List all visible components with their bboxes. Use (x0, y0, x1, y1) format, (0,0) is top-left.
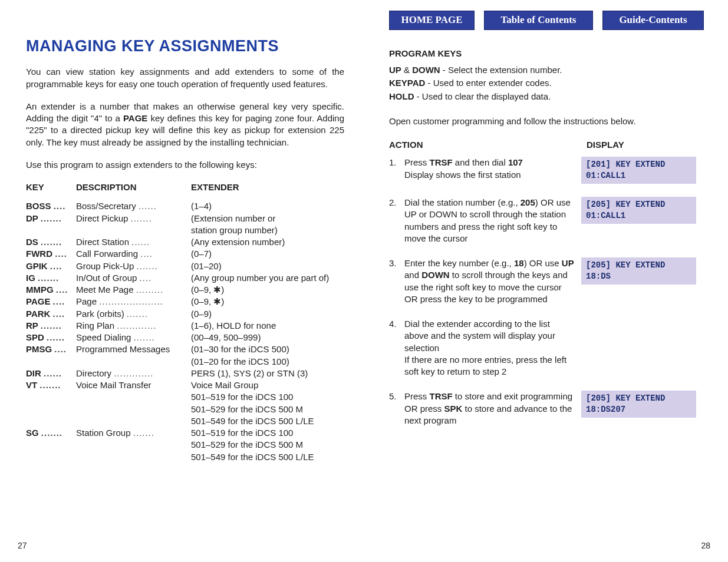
ext-cell: station group number) (191, 224, 344, 236)
desc-cell (76, 404, 191, 415)
key-cell: IG ....... (26, 272, 76, 284)
key-cell: PAGE .... (26, 296, 76, 308)
desc-cell: Ring Plan ............. (76, 320, 191, 332)
nav-home-button[interactable]: HOME PAGE (389, 11, 475, 30)
table-row: 501–549 for the iDCS 500 L/LE (26, 451, 344, 463)
program-keys-list: UP & DOWN - Select the extension number.… (389, 64, 707, 103)
steps-list: 1.Press TRSF and then dial 107Display sh… (389, 157, 707, 427)
key-cell: PMSG .... (26, 343, 76, 355)
step-row: 3.Enter the key number (e.g., 18) OR use… (389, 257, 707, 305)
left-page: MANAGING KEY ASSIGNMENTS You can view st… (26, 11, 344, 463)
table-row: BOSS ....Boss/Secretary ......(1–4) (26, 200, 344, 212)
table-row: DS .......Direct Station ......(Any exte… (26, 236, 344, 248)
col-ext: EXTENDER (191, 181, 344, 193)
ext-cell: 501–519 for the iDCS 100 (191, 427, 344, 439)
key-cell: FWRD .... (26, 248, 76, 260)
table-row: SG .......Station Group .......501–519 f… (26, 427, 344, 439)
col-desc: DESCRIPTION (76, 181, 191, 193)
table-row: DIR ......Directory .............PERS (1… (26, 368, 344, 379)
desc-cell: Group Pick-Up ....... (76, 260, 191, 272)
key-table-body: BOSS ....Boss/Secretary ......(1–4)DP ..… (26, 200, 344, 463)
ext-cell: Voice Mail Group (191, 379, 344, 391)
display-box: [205] KEY EXTEND 18:DS207 (581, 391, 696, 418)
page-number-left: 27 (18, 540, 27, 551)
display-head: DISPLAY (587, 139, 707, 151)
ext-cell: (1–6), HOLD for none (191, 320, 344, 332)
step-text: Enter the key number (e.g., 18) OR use U… (404, 257, 581, 305)
ext-cell: (Extension number or (191, 213, 344, 224)
step-text: Press TRSF to store and exit programming… (404, 391, 581, 427)
ext-cell: 501–519 for the iDCS 100 (191, 391, 344, 403)
open-programming-line: Open customer programming and follow the… (389, 115, 707, 127)
program-key-line: HOLD - Used to clear the displayed data. (389, 91, 707, 103)
display-box: [201] KEY EXTEND 01:CALL1 (581, 157, 696, 184)
desc-cell: Meet Me Page ......... (76, 284, 191, 296)
program-key-line: UP & DOWN - Select the extension number. (389, 64, 707, 76)
table-row: station group number) (26, 224, 344, 236)
program-key-line: KEYPAD - Used to enter extender codes. (389, 77, 707, 89)
key-cell: DP ....... (26, 213, 76, 224)
desc-cell: Programmed Messages (76, 343, 191, 355)
action-head: ACTION (389, 139, 587, 151)
nav-toc-button[interactable]: Table of Contents (484, 11, 593, 30)
desc-cell: Direct Pickup ....... (76, 213, 191, 224)
key-cell: BOSS .... (26, 200, 76, 212)
table-row: MMPG ....Meet Me Page .........(0–9, ✱) (26, 284, 344, 296)
desc-cell (76, 391, 191, 403)
step-row: 1.Press TRSF and then dial 107Display sh… (389, 157, 707, 184)
step-row: 2.Dial the station number (e.g., 205) OR… (389, 197, 707, 244)
p2-b: PAGE (123, 113, 147, 123)
step-number: 1. (389, 157, 404, 184)
step-row: 4.Dial the extender according to the lis… (389, 318, 707, 378)
desc-cell (76, 415, 191, 427)
intro-paragraph-1: You can view station key assignments and… (26, 66, 344, 90)
ext-cell: (1–4) (191, 200, 344, 212)
table-row: PMSG ....Programmed Messages (01–30 for … (26, 343, 344, 355)
desc-cell: In/Out of Group .... (76, 272, 191, 284)
desc-cell (76, 451, 191, 463)
desc-cell: Direct Station ...... (76, 236, 191, 248)
table-row: RP .......Ring Plan .............(1–6), … (26, 320, 344, 332)
table-row: 501–549 for the iDCS 500 L/LE (26, 415, 344, 427)
desc-cell: Call Forwarding .... (76, 248, 191, 260)
desc-cell: Park (orbits) ....... (76, 308, 191, 320)
key-cell (26, 404, 76, 415)
key-cell (26, 451, 76, 463)
nav-bar: HOME PAGE Table of Contents Guide-Conten… (389, 11, 707, 30)
table-row: GPIK ....Group Pick-Up .......(01–20) (26, 260, 344, 272)
key-cell: GPIK .... (26, 260, 76, 272)
display-box: [205] KEY EXTEND 01:CALL1 (581, 197, 696, 224)
desc-cell: Boss/Secretary ...... (76, 200, 191, 212)
page-number-right: 28 (701, 540, 710, 551)
key-cell: DS ....... (26, 236, 76, 248)
step-number: 5. (389, 391, 404, 427)
key-cell: PARK .... (26, 308, 76, 320)
ext-cell: (00–49, 500–999) (191, 332, 344, 343)
desc-cell: Page ..................... (76, 296, 191, 308)
table-row: PAGE ....Page .....................(0–9,… (26, 296, 344, 308)
key-table-header: KEY DESCRIPTION EXTENDER (26, 181, 344, 193)
display-box: [205] KEY EXTEND 18:DS (581, 257, 696, 285)
step-number: 2. (389, 197, 404, 244)
table-row: 501–529 for the iDCS 500 M (26, 439, 344, 451)
page-title: MANAGING KEY ASSIGNMENTS (26, 35, 344, 57)
step-number: 3. (389, 257, 404, 305)
ext-cell: (Any group number you are part of) (191, 272, 344, 284)
table-row: DP .......Direct Pickup .......(Extensio… (26, 213, 344, 224)
desc-cell (76, 224, 191, 236)
desc-cell (76, 439, 191, 451)
key-cell (26, 356, 76, 368)
intro-paragraph-3: Use this program to assign extenders to … (26, 159, 344, 171)
key-cell (26, 439, 76, 451)
ext-cell: (0–9) (191, 308, 344, 320)
ext-cell: (0–7) (191, 248, 344, 260)
desc-cell: Station Group ....... (76, 427, 191, 439)
key-cell (26, 391, 76, 403)
desc-cell (76, 356, 191, 368)
key-cell: MMPG .... (26, 284, 76, 296)
step-text: Press TRSF and then dial 107Display show… (404, 157, 581, 184)
step-number: 4. (389, 318, 404, 378)
desc-cell: Directory ............. (76, 368, 191, 379)
ext-cell: (Any extension number) (191, 236, 344, 248)
nav-guide-button[interactable]: Guide-Contents (602, 11, 704, 30)
